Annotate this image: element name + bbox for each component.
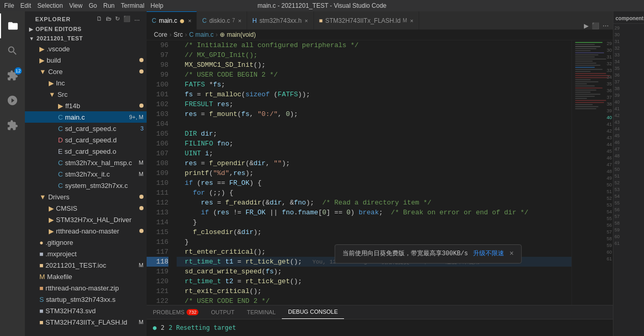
- tabs-actions: ▶ ⬛ ⋯: [580, 22, 613, 30]
- file-stm32h7xx-it[interactable]: C stm32h7xx_it.c M: [25, 168, 147, 180]
- file-rtthread[interactable]: ▶ rtthread-nano-master: [25, 225, 147, 237]
- file-sd-card-speed-d[interactable]: D sd_card_speed.d: [25, 134, 147, 145]
- tab-flash-ld[interactable]: ■ STM32H743IITx_FLASH.ld M ×: [314, 11, 419, 30]
- tab-label: stm32h743xx.h: [260, 17, 302, 24]
- tabs-bar: C main.c ● × C diskio.c 7 × H stm32h743x…: [147, 11, 613, 30]
- folder-open-icon: ▼: [39, 68, 46, 76]
- file-gitignore[interactable]: ● .gitignore: [25, 237, 147, 248]
- menu-terminal[interactable]: Terminal: [121, 2, 144, 9]
- file-rtthread-zip[interactable]: ■ rtthread-nano-master.zip: [25, 282, 147, 294]
- tab-close-button[interactable]: ×: [238, 18, 241, 24]
- file-cmsis[interactable]: ▶ CMSIS: [25, 202, 147, 214]
- open-editors-label: OPEN EDITORS: [36, 26, 82, 32]
- file-label: system_stm32h7xx.c: [65, 182, 147, 189]
- menu-selection[interactable]: Selection: [37, 2, 63, 9]
- tab-close-button[interactable]: ×: [305, 18, 308, 24]
- file-inc[interactable]: ▶ Inc: [25, 77, 147, 89]
- collapse-icon[interactable]: ⬛: [123, 16, 131, 22]
- breadcrumb-part-src[interactable]: Src: [174, 31, 183, 38]
- file-sd-card-speed-o[interactable]: E sd_card_speed.o: [25, 145, 147, 157]
- open-editors-section[interactable]: ▶ OPEN EDITORS: [25, 24, 147, 34]
- terminal-label: TERMINAL: [247, 309, 276, 315]
- file-src[interactable]: ▼ Src: [25, 89, 147, 100]
- activity-explorer[interactable]: [0, 13, 25, 38]
- file-core[interactable]: ▼ Core: [25, 66, 147, 77]
- new-file-icon[interactable]: 🗋: [96, 16, 103, 22]
- file-label: STM32H7xx_HAL_Driver: [56, 216, 147, 224]
- breadcrumb-sep: ›: [185, 31, 187, 38]
- tab-terminal[interactable]: TERMINAL: [240, 305, 282, 319]
- activity-extensions[interactable]: [0, 113, 25, 138]
- file-build[interactable]: ▶ build: [25, 54, 147, 66]
- file-startup-s[interactable]: S startup_stm32h743xx.s: [25, 294, 147, 305]
- o-file-icon: E: [58, 148, 63, 155]
- activity-git[interactable]: 12: [0, 63, 25, 88]
- dot-modified: [139, 69, 144, 74]
- tab-stm32h743xx-h[interactable]: H stm32h743xx.h ×: [247, 11, 314, 30]
- file-label: rtthread-nano-master.zip: [46, 284, 147, 292]
- right-panel-header: components: [613, 13, 644, 24]
- ln-99: 99: [147, 70, 168, 80]
- refresh-icon[interactable]: ↻: [115, 16, 120, 22]
- file-main-c[interactable]: C main.c 9+, M: [25, 111, 147, 123]
- code-area[interactable]: /* Initialize all configured peripherals…: [173, 40, 571, 305]
- file-svd[interactable]: ■ STM32H743.svd: [25, 305, 147, 316]
- toast-text: 当前使用向日葵免费版，带宽最高享300KB/s: [342, 249, 468, 259]
- breadcrumb-part-core[interactable]: Core: [154, 31, 167, 38]
- line-numbers: 96 97 98 99 100 101 102 103 104 105 106 …: [147, 40, 173, 305]
- menu-view[interactable]: View: [69, 2, 82, 9]
- code-line-106: FILINFO fno;: [177, 139, 571, 149]
- dot-modified: [139, 104, 144, 108]
- file-ioc[interactable]: ■ 20211201_TEST.ioc M: [25, 259, 147, 271]
- d-file-icon: D: [58, 136, 63, 144]
- more-actions-icon[interactable]: ⋯: [603, 22, 609, 30]
- folder-icon: ▶: [39, 45, 45, 53]
- code-line-97: // MX_GPIO_Init();: [177, 50, 571, 60]
- file-ff14b[interactable]: ▶ ff14b: [25, 100, 147, 111]
- tab-debug-console[interactable]: DEBUG CONSOLE: [282, 305, 344, 319]
- tab-close-button[interactable]: ×: [410, 18, 413, 24]
- activity-debug[interactable]: [0, 88, 25, 113]
- menu-file[interactable]: File: [4, 2, 14, 9]
- file-drivers[interactable]: ▼ Drivers: [25, 191, 147, 202]
- ln-118: 118: [147, 257, 168, 267]
- file-makefile[interactable]: M Makefile: [25, 271, 147, 282]
- file-mxproject[interactable]: ■ .mxproject: [25, 248, 147, 259]
- activity-search[interactable]: [0, 38, 25, 63]
- more-icon[interactable]: …: [134, 16, 140, 22]
- editor-area: C main.c ● × C diskio.c 7 × H stm32h743x…: [147, 11, 613, 336]
- tab-close-button[interactable]: ×: [188, 18, 191, 24]
- menu-run[interactable]: Run: [103, 2, 115, 9]
- toast-close-button[interactable]: ×: [509, 249, 513, 259]
- folder-icon: ▶: [49, 216, 54, 224]
- ln-112: 112: [147, 198, 168, 208]
- file-hal-driver[interactable]: ▶ STM32H7xx_HAL_Driver: [25, 214, 147, 225]
- tab-main-c[interactable]: C main.c ● ×: [147, 11, 197, 30]
- file-label: stm32h7xx_it.c: [65, 170, 138, 178]
- menu-edit[interactable]: Edit: [20, 2, 31, 9]
- file-vscode[interactable]: ▶ .vscode: [25, 43, 147, 54]
- tab-problems[interactable]: PROBLEMS 732: [147, 305, 205, 319]
- tab-diskio-c[interactable]: C diskio.c 7 ×: [197, 11, 247, 30]
- breadcrumb-part-fn[interactable]: ⊕ main(void): [220, 31, 255, 38]
- file-stm32h7xx-hal-msp[interactable]: C stm32h7xx_hal_msp.c M: [25, 157, 147, 168]
- run-icon[interactable]: ▶: [584, 22, 589, 30]
- file-sd-card-speed-c[interactable]: C sd_card_speed.c 3: [25, 123, 147, 134]
- file-flash-ld[interactable]: ■ STM32H743IITx_FLASH.ld M: [25, 316, 147, 328]
- debug-icon[interactable]: ⬛: [592, 22, 599, 30]
- menu-go[interactable]: Go: [89, 2, 97, 9]
- minimap[interactable]: 2930313233 3435363738 3940414243 4445464…: [571, 40, 613, 305]
- menu-help[interactable]: Help: [151, 2, 164, 9]
- tab-output[interactable]: OUTPUT: [205, 305, 240, 319]
- file-system-stm32[interactable]: C system_stm32h7xx.c: [25, 180, 147, 191]
- toast-upgrade-link[interactable]: 升级不限速: [473, 249, 504, 259]
- project-section[interactable]: ▼ 20211201_TEST: [25, 34, 147, 43]
- dot-modified: [139, 229, 144, 233]
- breadcrumb-part-c[interactable]: C main.c: [189, 31, 213, 38]
- dot-modified: [139, 206, 144, 210]
- breadcrumb-sep: ›: [169, 31, 171, 38]
- tab-modified-count: 7: [232, 18, 235, 23]
- new-folder-icon[interactable]: 🗁: [106, 16, 112, 22]
- code-line-111: for (;;) {: [177, 188, 571, 198]
- ln-103: 103: [147, 109, 168, 119]
